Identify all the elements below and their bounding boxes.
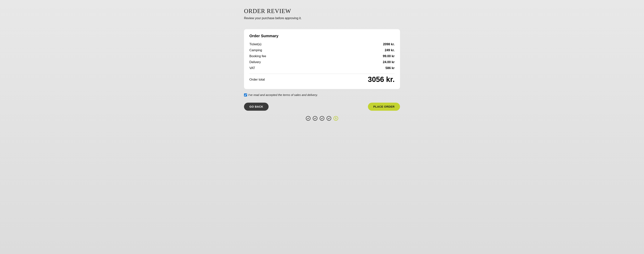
summary-divider — [250, 74, 394, 74]
summary-title: Order Summary — [250, 34, 394, 38]
summary-value: 99.00 kr — [383, 54, 394, 58]
go-back-button[interactable]: GO BACK — [244, 103, 268, 111]
order-summary-card: Order Summary Ticket(s) 2098 kr. Camping… — [244, 29, 400, 89]
summary-label: Delivery — [250, 60, 261, 64]
total-label: Order total — [250, 78, 265, 81]
order-review-container: ORDER REVIEW Review your purchase before… — [244, 8, 400, 254]
progress-stepper: 5 — [244, 116, 400, 128]
page-subtitle: Review your purchase before approving it… — [244, 16, 400, 20]
summary-value: 2098 kr. — [383, 42, 394, 46]
total-value: 3056 kr. — [368, 75, 394, 84]
summary-label: Booking fee — [250, 54, 266, 58]
step-1-done[interactable] — [306, 116, 310, 121]
check-icon — [314, 117, 316, 120]
summary-label: Ticket(s) — [250, 42, 262, 46]
summary-row-delivery: Delivery 24.00 kr — [250, 59, 394, 65]
place-order-button[interactable]: PLACE ORDER — [368, 103, 400, 111]
summary-value: 586 kr — [386, 66, 394, 70]
terms-checkbox[interactable] — [244, 93, 247, 96]
check-icon — [328, 117, 330, 120]
summary-row-tickets: Ticket(s) 2098 kr. — [250, 41, 394, 47]
step-2-done[interactable] — [313, 116, 318, 121]
terms-row: I've read and accepted the terms of sale… — [244, 93, 400, 96]
summary-row-camping: Camping 249 kr. — [250, 47, 394, 53]
page-title: ORDER REVIEW — [244, 8, 400, 14]
check-icon — [321, 117, 323, 120]
summary-row-vat: VAT 586 kr — [250, 65, 394, 71]
summary-label: VAT — [250, 66, 255, 70]
summary-row-booking-fee: Booking fee 99.00 kr — [250, 53, 394, 59]
summary-total-row: Order total 3056 kr. — [250, 75, 394, 84]
step-3-done[interactable] — [320, 116, 324, 121]
summary-label: Camping — [250, 48, 262, 52]
check-icon — [307, 117, 309, 120]
button-row: GO BACK PLACE ORDER — [244, 103, 400, 111]
summary-value: 24.00 kr — [383, 60, 394, 64]
step-4-done[interactable] — [326, 116, 331, 121]
terms-label[interactable]: I've read and accepted the terms of sale… — [248, 93, 318, 96]
summary-value: 249 kr. — [385, 48, 394, 52]
step-5-current[interactable]: 5 — [334, 116, 338, 121]
